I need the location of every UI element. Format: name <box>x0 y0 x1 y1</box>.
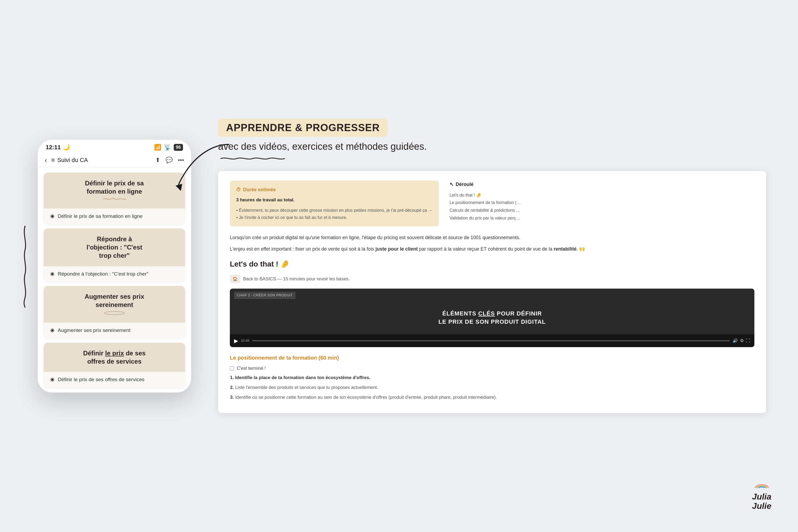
derouled-item-3: Calculs de rentabilité & prédictions … <box>450 207 521 214</box>
derouled-title: ↖ Déroulé <box>450 180 521 188</box>
fullscreen-icon[interactable]: ⛶ <box>746 337 750 344</box>
video-timestamp: 10:46 <box>241 338 249 344</box>
video-controls-right: 🔊 ⚙ ⛶ <box>733 337 750 344</box>
duration-list: Évidemment, tu peux découper cette gross… <box>236 207 433 221</box>
card-title-2: Répondre àl'objection : "C'esttrop cher" <box>51 235 178 260</box>
squiggle-decoration <box>21 224 29 308</box>
logo-text: Julia Julie <box>752 492 772 511</box>
card-body-4: ✳ Définir le prix de ses offres de servi… <box>44 372 185 387</box>
card-body-2: ✳ Répondre à l'objection : "C'est trop c… <box>44 266 185 282</box>
duration-hours: 3 heures de travail au total. <box>236 196 433 204</box>
card-body-1: ✳ Définir le prix de sa formation en lig… <box>44 209 185 224</box>
phone-content: Définir le prix de saformation en ligne … <box>37 167 191 393</box>
card-body-text-1: Définir le prix de sa formation en ligne <box>58 213 142 220</box>
document-wrapper: ⏱ Durée estimée 3 heures de travail au t… <box>218 171 766 413</box>
duration-bullet-2: Je t'invite à cocher ici ce que tu as fa… <box>236 214 433 221</box>
card-body-text-2: Répondre à l'objection : "C'est trop che… <box>58 270 148 278</box>
course-card-1[interactable]: Définir le prix de saformation en ligne … <box>44 173 185 224</box>
asterisk-icon-3: ✳ <box>50 327 55 334</box>
settings-icon[interactable]: ⚙ <box>740 337 744 344</box>
intro-text-1: Lorsqu'on crée un produit digital tel qu… <box>230 234 754 242</box>
duration-bullet-1: Évidemment, tu peux découper cette gross… <box>236 207 433 214</box>
volume-icon[interactable]: 🔊 <box>733 337 738 344</box>
play-button[interactable]: ▶ <box>234 337 238 345</box>
course-card-4[interactable]: Définir le prix de sesoffres de services… <box>44 343 185 387</box>
asterisk-icon-1: ✳ <box>50 213 55 220</box>
duration-title: ⏱ Durée estimée <box>236 186 433 194</box>
asterisk-icon-2: ✳ <box>50 271 55 278</box>
headline-badge: APPRENDRE & PROGRESSER <box>218 119 387 137</box>
video-title: ÉLÉMENTS CLÉS POUR DÉFINIRLE PRIX DE SON… <box>431 310 554 326</box>
card-header-4: Définir le prix de sesoffres de services <box>44 343 185 372</box>
course-card-3[interactable]: Augmenter ses prixsereinement ✳ Augmente… <box>44 286 185 338</box>
course-card-2[interactable]: Répondre àl'objection : "C'esttrop cher"… <box>44 228 185 282</box>
derouled-item-2: Le positionnement de ta formation (… <box>450 199 521 207</box>
content-section: APPRENDRE & PROGRESSER avec des vidéos, … <box>218 119 766 413</box>
rainbow-icon <box>754 479 770 490</box>
card-body-3: ✳ Augmenter ses prix sereinement <box>44 323 185 338</box>
card-title-1: Définir le prix de saformation en ligne <box>51 179 178 195</box>
card-header-2: Répondre àl'objection : "C'esttrop cher" <box>44 228 185 266</box>
lets-do-heading: Let's do that ! 🤌 <box>230 258 754 270</box>
nav-title: ≡ Suivi du CA <box>51 157 151 164</box>
task-item-2: Liste l'ensemble des produits et service… <box>235 384 754 392</box>
svg-marker-1 <box>175 184 182 191</box>
task-item-3: Identifie où se positionne cette formati… <box>235 394 754 401</box>
checkbox[interactable] <box>230 366 234 370</box>
logo-area: Julia Julie <box>752 479 772 511</box>
checkbox-row[interactable]: C'est terminé ! <box>230 365 754 372</box>
back-button[interactable]: ‹ <box>45 156 47 165</box>
video-controls: ▶ 10:46 🔊 ⚙ ⛶ <box>230 334 754 347</box>
derouled-item-1: Let's do that ! 🤌 <box>450 191 521 199</box>
back-basics-icon: 🏠 <box>230 274 241 284</box>
moon-icon: 🌙 <box>63 144 70 151</box>
video-chapter-label: CHAP 2 - CRÉER SON PRODUIT <box>234 292 296 299</box>
card-header-1: Définir le prix de saformation en ligne <box>44 173 185 209</box>
section-title: Le positionnement de ta formation (60 mi… <box>230 354 754 362</box>
clock-icon: ⏱ <box>236 186 241 194</box>
checkbox-label: C'est terminé ! <box>237 365 266 372</box>
back-basics-text: Back to BASICS — 15 minutes pour revoir … <box>243 275 350 283</box>
cursor-icon: ↖ <box>450 180 454 188</box>
asterisk-icon-4: ✳ <box>50 377 55 383</box>
menu-icon: ≡ <box>51 157 55 164</box>
headline-subtitle: avec des vidéos, exercices et méthodes g… <box>218 141 427 152</box>
card-wavy-1 <box>51 196 178 202</box>
header-area: APPRENDRE & PROGRESSER avec des vidéos, … <box>218 119 766 163</box>
doc-top-row: ⏱ Durée estimée 3 heures de travail au t… <box>230 180 754 226</box>
derouled-box: ↖ Déroulé Let's do that ! 🤌 Le positionn… <box>450 180 521 226</box>
share-icon[interactable]: ⬆ <box>155 157 160 164</box>
card-body-text-4: Définir le prix de ses offres de service… <box>58 376 145 383</box>
intro-text-2: L'enjeu est en effet important : fixer u… <box>230 245 754 253</box>
back-basics-row: 🏠 Back to BASICS — 15 minutes pour revoi… <box>230 274 754 284</box>
video-player[interactable]: CHAP 2 - CRÉER SON PRODUIT ÉLÉMENTS CLÉS… <box>230 289 754 347</box>
video-progress-bar[interactable] <box>252 340 730 341</box>
page-wrapper: 12:11 🌙 📶 📡 96 ‹ ≡ Suivi du CA ⬆ <box>0 0 798 532</box>
time-display: 12:11 <box>46 144 61 151</box>
signal-icon: 📶 <box>154 144 161 151</box>
card-title-3: Augmenter ses prixsereinement <box>51 292 178 309</box>
derouled-item-4: Validation du prix par la valeur perç… <box>450 214 521 222</box>
task-item-1: Identifie la place de ta formation dans … <box>235 374 754 382</box>
card-body-text-3: Augmenter ses prix sereinement <box>58 327 131 334</box>
task-list: Identifie la place de ta formation dans … <box>230 374 754 401</box>
duration-box: ⏱ Durée estimée 3 heures de travail au t… <box>230 180 439 226</box>
svg-point-0 <box>104 311 125 315</box>
document-panel: ⏱ Durée estimée 3 heures de travail au t… <box>218 171 766 413</box>
status-left: 12:11 🌙 <box>46 144 70 151</box>
derouled-list: Let's do that ! 🤌 Le positionnement de t… <box>450 191 521 222</box>
card-title-4: Définir le prix de sesoffres de services <box>51 349 178 365</box>
card-header-3: Augmenter ses prixsereinement <box>44 286 185 323</box>
